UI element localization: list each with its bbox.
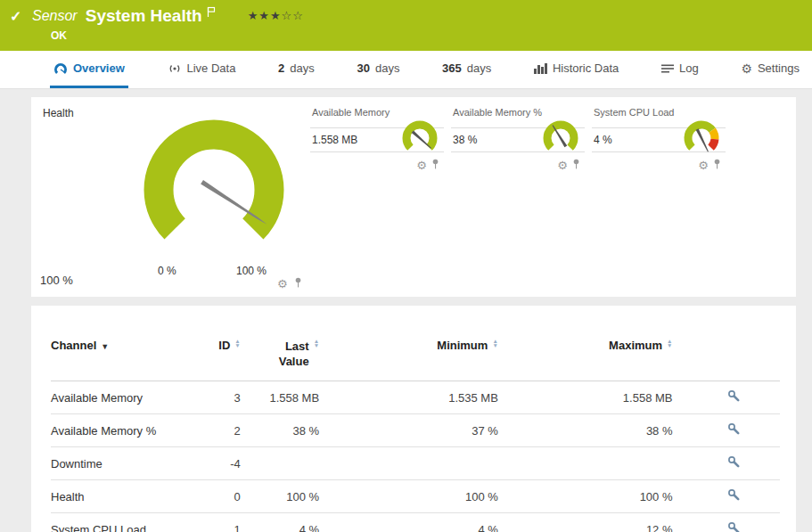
tab-settings-label: Settings (758, 61, 800, 75)
tab-live-data[interactable]: Live Data (164, 51, 240, 88)
table-row: Available Memory 3 1.558 MB 1.535 MB 1.5… (51, 381, 780, 414)
channels-table: Channel▼ ID▲▼ Last Value▲▼ Minimum▲▼ Max… (51, 339, 780, 532)
table-row: Health 0 100 % 100 % 100 % (51, 480, 780, 513)
tab-30-days[interactable]: 30 days (353, 51, 403, 88)
channel-minimum: 37 % (319, 414, 498, 447)
gear-icon[interactable]: ⚙ (277, 278, 288, 290)
bar-chart-icon (534, 62, 547, 74)
channel-name: Available Memory (51, 381, 185, 414)
channel-settings-icon[interactable] (727, 491, 741, 504)
priority-stars[interactable]: ★★★☆☆ (248, 6, 304, 22)
channel-maximum: 12 % (498, 513, 673, 532)
tab-settings[interactable]: ⚙ Settings (737, 51, 803, 88)
tab-365-days-number: 365 (442, 61, 462, 75)
channel-name: Downtime (51, 447, 185, 480)
channel-minimum (319, 447, 498, 480)
flag-icon[interactable] (207, 5, 216, 21)
health-gauge-value: 100 % (40, 274, 73, 287)
channel-maximum: 1.558 MB (498, 381, 673, 414)
channel-maximum (498, 447, 673, 480)
gauge-dial (398, 119, 441, 158)
tab-overview-label: Overview (73, 61, 125, 75)
column-header-id[interactable]: ID▲▼ (185, 339, 241, 381)
channel-id: 2 (185, 414, 241, 447)
channel-minimum: 1.535 MB (319, 381, 498, 414)
sort-icon: ▲▼ (234, 339, 240, 348)
channel-minimum: 4 % (319, 513, 498, 532)
table-row: Available Memory % 2 38 % 37 % 38 % (51, 414, 780, 447)
mini-gauge-value: 38 % (453, 134, 477, 146)
column-header-last-value[interactable]: Last Value▲▼ (241, 339, 319, 381)
pin-icon[interactable] (431, 157, 439, 173)
channel-last-value: 38 % (241, 414, 319, 447)
tab-2-days-label: days (290, 61, 314, 75)
pin-icon[interactable] (713, 157, 721, 173)
page-title: System Health (86, 6, 202, 26)
sort-desc-icon: ▼ (101, 342, 109, 351)
gear-icon[interactable]: ⚙ (557, 160, 568, 171)
gear-icon: ⚙ (741, 62, 752, 75)
channel-maximum: 100 % (498, 480, 673, 513)
channel-settings-icon[interactable] (727, 392, 741, 405)
channel-name: Available Memory % (51, 414, 185, 447)
channel-id: 0 (185, 480, 241, 513)
channel-id: 1 (185, 513, 241, 532)
gauges-panel: Health 0 % 100 % 100 % ⚙ (31, 97, 796, 297)
channel-last-value: 1.558 MB (241, 381, 319, 414)
health-gauge-title: Health (43, 107, 74, 119)
tab-historic-data[interactable]: Historic Data (530, 51, 622, 88)
tab-historic-data-label: Historic Data (553, 61, 619, 75)
pin-icon[interactable] (294, 275, 302, 291)
sort-icon: ▲▼ (314, 339, 319, 348)
sensor-header: ✓ Sensor System Health ★★★☆☆ OK (0, 0, 812, 51)
tab-365-days-label: days (467, 61, 491, 75)
health-gauge-max-label: 100 % (236, 265, 267, 277)
sort-icon: ▲▼ (667, 339, 672, 348)
gauge-dial (680, 119, 723, 158)
channel-id: -4 (185, 447, 241, 480)
mini-gauge-available-memory: Available Memory 1.558 MB ⚙ (310, 104, 444, 173)
column-header-maximum[interactable]: Maximum▲▼ (498, 339, 673, 381)
health-gauge-min-label: 0 % (158, 265, 176, 277)
channel-id: 3 (185, 381, 241, 414)
channel-minimum: 100 % (319, 480, 498, 513)
table-row: Downtime -4 (51, 447, 780, 480)
status-badge: OK (51, 29, 67, 42)
gauge-dial (539, 119, 582, 158)
table-row: System CPU Load 1 4 % 4 % 12 % (51, 513, 780, 532)
gauge-needle (696, 128, 709, 152)
channel-maximum: 38 % (498, 414, 673, 447)
sort-icon: ▲▼ (492, 339, 497, 348)
channel-settings-icon[interactable] (727, 524, 741, 532)
health-gauge (129, 111, 299, 263)
mini-gauge-value: 1.558 MB (312, 134, 357, 146)
tab-live-data-label: Live Data (187, 61, 236, 75)
channel-last-value (241, 447, 319, 480)
channel-settings-icon[interactable] (727, 458, 741, 471)
channels-panel: Channel▼ ID▲▼ Last Value▲▼ Minimum▲▼ Max… (31, 306, 796, 532)
mini-gauge-system-cpu-load: System CPU Load 4 % ⚙ (592, 104, 726, 173)
status-ok-icon: ✓ (10, 8, 21, 25)
live-data-icon (168, 62, 182, 75)
tab-overview[interactable]: Overview (50, 51, 128, 88)
tab-2-days[interactable]: 2 days (275, 51, 318, 88)
channel-name: Health (51, 480, 185, 513)
tab-bar: Overview Live Data 2 days 30 days 365 da… (0, 51, 812, 89)
gear-icon[interactable]: ⚙ (416, 160, 427, 171)
mini-gauge-available-memory-pct: Available Memory % 38 % ⚙ (451, 104, 585, 173)
channel-settings-icon[interactable] (727, 425, 741, 438)
column-header-channel[interactable]: Channel▼ (51, 339, 185, 381)
content-area: Health 0 % 100 % 100 % ⚙ (0, 89, 812, 532)
channel-last-value: 4 % (241, 513, 319, 532)
log-list-icon (661, 63, 674, 74)
tab-30-days-label: days (375, 61, 399, 75)
column-header-tools (673, 339, 780, 381)
pin-icon[interactable] (572, 157, 580, 173)
gear-icon[interactable]: ⚙ (698, 160, 709, 171)
tab-30-days-number: 30 (357, 61, 369, 75)
gauge-icon (53, 62, 68, 75)
tab-365-days[interactable]: 365 days (439, 51, 495, 88)
column-header-minimum[interactable]: Minimum▲▼ (319, 339, 498, 381)
tab-log[interactable]: Log (658, 51, 702, 88)
channel-name: System CPU Load (51, 513, 185, 532)
